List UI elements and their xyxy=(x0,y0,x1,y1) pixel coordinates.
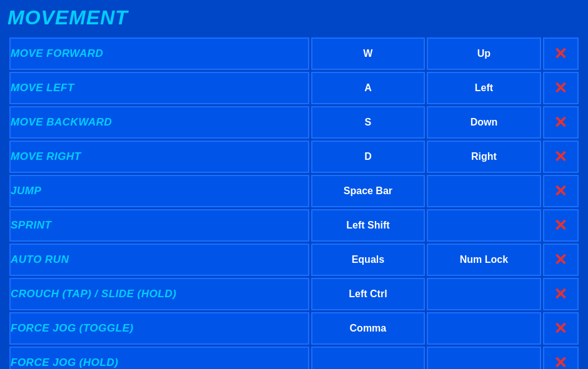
primary-key-label: Equals xyxy=(352,254,384,265)
action-label: AUTO RUN xyxy=(11,253,69,265)
secondary-key-label: Right xyxy=(471,151,497,162)
action-label: FORCE JOG (HOLD) xyxy=(11,357,118,368)
action-cell: SPRINT xyxy=(9,209,309,242)
table-row: CROUCH (TAP) / SLIDE (HOLD)Left Ctrl✕ xyxy=(9,278,579,310)
table-row: AUTO RUNEqualsNum Lock✕ xyxy=(9,244,579,276)
action-label: SPRINT xyxy=(11,219,51,231)
table-row: SPRINTLeft Shift✕ xyxy=(9,209,579,242)
action-cell: MOVE LEFT xyxy=(9,72,309,104)
delete-cell[interactable]: ✕ xyxy=(543,140,579,173)
delete-cell[interactable]: ✕ xyxy=(543,106,579,139)
secondary-key-cell[interactable] xyxy=(427,347,541,369)
action-label: MOVE RIGHT xyxy=(11,150,81,162)
delete-icon[interactable]: ✕ xyxy=(554,286,567,302)
action-cell: FORCE JOG (HOLD) xyxy=(9,347,309,369)
table-row: MOVE LEFTALeft✕ xyxy=(9,72,579,104)
secondary-key-label: Left xyxy=(475,82,493,93)
primary-key-cell[interactable]: S xyxy=(311,106,425,139)
secondary-key-label: Down xyxy=(471,117,498,127)
secondary-key-label: Num Lock xyxy=(460,254,508,265)
delete-icon[interactable]: ✕ xyxy=(554,355,567,369)
table-row: MOVE FORWARDWUp✕ xyxy=(9,37,579,70)
action-cell: AUTO RUN xyxy=(9,244,309,276)
delete-cell[interactable]: ✕ xyxy=(543,312,579,345)
primary-key-label: Left Ctrl xyxy=(349,288,387,299)
delete-cell[interactable]: ✕ xyxy=(543,175,579,207)
secondary-key-cell[interactable] xyxy=(427,312,541,345)
primary-key-cell[interactable]: Left Shift xyxy=(311,209,425,242)
secondary-key-cell[interactable] xyxy=(427,209,541,242)
table-row: FORCE JOG (TOGGLE)Comma✕ xyxy=(9,312,579,345)
table-row: MOVE RIGHTDRight✕ xyxy=(9,140,579,173)
delete-cell[interactable]: ✕ xyxy=(543,209,579,242)
action-cell: MOVE BACKWARD xyxy=(9,106,309,139)
primary-key-label: A xyxy=(364,82,372,93)
action-cell: FORCE JOG (TOGGLE) xyxy=(9,312,309,345)
primary-key-label: S xyxy=(365,117,372,127)
secondary-key-label: Up xyxy=(477,48,491,59)
primary-key-label: Space Bar xyxy=(344,185,392,196)
action-label: MOVE BACKWARD xyxy=(11,116,112,128)
primary-key-label: W xyxy=(363,48,372,59)
primary-key-cell[interactable]: W xyxy=(311,37,425,70)
secondary-key-cell[interactable] xyxy=(427,175,541,207)
primary-key-cell[interactable]: A xyxy=(311,72,425,104)
secondary-key-cell[interactable]: Left xyxy=(427,72,541,104)
delete-cell[interactable]: ✕ xyxy=(543,244,579,276)
main-container: MOVEMENT MOVE FORWARDWUp✕MOVE LEFTALeft✕… xyxy=(0,0,588,369)
section-title: MOVEMENT xyxy=(7,6,581,29)
action-label: FORCE JOG (TOGGLE) xyxy=(11,322,134,334)
action-label: MOVE LEFT xyxy=(11,82,74,94)
action-cell: CROUCH (TAP) / SLIDE (HOLD) xyxy=(9,278,309,310)
primary-key-cell[interactable]: Left Ctrl xyxy=(311,278,425,310)
primary-key-cell[interactable] xyxy=(311,347,425,369)
delete-cell[interactable]: ✕ xyxy=(543,72,579,104)
delete-icon[interactable]: ✕ xyxy=(554,217,567,234)
secondary-key-cell[interactable]: Right xyxy=(427,140,541,173)
delete-icon[interactable]: ✕ xyxy=(554,183,567,199)
delete-cell[interactable]: ✕ xyxy=(543,347,579,369)
delete-icon[interactable]: ✕ xyxy=(554,149,567,165)
delete-cell[interactable]: ✕ xyxy=(543,37,579,70)
table-row: MOVE BACKWARDSDown✕ xyxy=(9,106,579,139)
secondary-key-cell[interactable]: Up xyxy=(427,37,541,70)
action-cell: JUMP xyxy=(9,175,309,207)
action-cell: MOVE FORWARD xyxy=(9,37,309,70)
secondary-key-cell[interactable]: Num Lock xyxy=(427,244,541,276)
table-row: JUMPSpace Bar✕ xyxy=(9,175,579,207)
primary-key-cell[interactable]: Equals xyxy=(311,244,425,276)
action-label: JUMP xyxy=(11,185,41,197)
primary-key-cell[interactable]: Comma xyxy=(311,312,425,345)
delete-cell[interactable]: ✕ xyxy=(543,278,579,310)
secondary-key-cell[interactable] xyxy=(427,278,541,310)
action-label: MOVE FORWARD xyxy=(11,47,103,59)
primary-key-cell[interactable]: D xyxy=(311,140,425,173)
secondary-key-cell[interactable]: Down xyxy=(427,106,541,139)
primary-key-cell[interactable]: Space Bar xyxy=(311,175,425,207)
primary-key-label: Left Shift xyxy=(346,220,389,230)
delete-icon[interactable]: ✕ xyxy=(554,114,567,130)
table-row: FORCE JOG (HOLD)✕ xyxy=(9,347,579,369)
action-label: CROUCH (TAP) / SLIDE (HOLD) xyxy=(11,288,176,300)
delete-icon[interactable]: ✕ xyxy=(554,46,567,62)
keybind-table: MOVE FORWARDWUp✕MOVE LEFTALeft✕MOVE BACK… xyxy=(7,36,581,369)
primary-key-label: D xyxy=(364,151,372,162)
delete-icon[interactable]: ✕ xyxy=(554,252,567,268)
action-cell: MOVE RIGHT xyxy=(9,140,309,173)
primary-key-label: Comma xyxy=(350,323,387,333)
delete-icon[interactable]: ✕ xyxy=(554,320,567,337)
delete-icon[interactable]: ✕ xyxy=(554,80,567,96)
